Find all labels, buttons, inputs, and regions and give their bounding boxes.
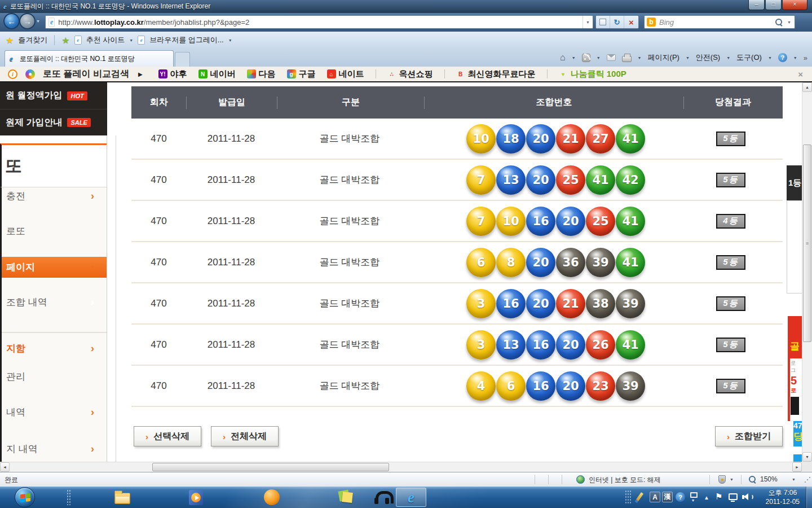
chevron-down-icon[interactable]: ▼ — [572, 56, 576, 60]
taskbar-grip[interactable] — [67, 489, 70, 505]
zoom-icon[interactable] — [749, 476, 756, 483]
media-player-icon — [189, 490, 203, 505]
minimize-button[interactable]: – — [748, 0, 765, 10]
sidebar-item[interactable]: 페이지› — [2, 257, 107, 278]
chevron-down-icon[interactable]: ▼ — [129, 38, 133, 42]
tools-menu-button[interactable]: 도구(O) — [736, 52, 762, 63]
sidebar-item[interactable]: 조합 내역› — [2, 294, 107, 310]
ad-banner-red[interactable]: 골 로 그 5 로 — [788, 316, 802, 421]
ime-help-icon[interactable]: ? — [676, 492, 685, 502]
suggested-sites-button[interactable]: 추천 사이트 — [86, 35, 125, 45]
delete-selected-button[interactable]: › 선택삭제 — [134, 426, 201, 446]
shortcut-link[interactable]: ♥나눔클릭 100P — [559, 69, 626, 80]
add-favorite-icon[interactable]: ★ — [61, 35, 69, 46]
taskbar-clock[interactable]: 오후 7:06 2011-12-05 — [766, 488, 800, 506]
toolbar-close-icon[interactable]: × — [798, 69, 803, 79]
ime-pad-icon[interactable] — [690, 492, 698, 498]
network-icon[interactable] — [729, 493, 738, 500]
forward-button[interactable]: → — [19, 13, 36, 29]
chevron-down-icon[interactable]: ▼ — [228, 38, 232, 42]
lotto-ball: 7 — [466, 207, 496, 236]
movie-icon: B — [456, 69, 465, 78]
scroll-left-icon[interactable]: ◄ — [0, 462, 10, 472]
safety-menu-button[interactable]: 안전(S) — [696, 52, 720, 63]
address-bar[interactable]: e http://www.lottoplay.co.kr/member/joha… — [45, 15, 593, 29]
print-icon[interactable] — [622, 56, 632, 62]
tray-expand-icon[interactable]: ▲ — [704, 494, 709, 501]
horizontal-scrollbar[interactable]: ◄ ► — [0, 462, 802, 472]
cell-category: 골드 대박조합 — [276, 338, 423, 351]
scroll-right-icon[interactable]: ► — [792, 462, 802, 472]
address-dropdown-icon[interactable]: ▼ — [582, 16, 593, 28]
sidebar-item[interactable]: 지 내역› — [2, 440, 107, 457]
search-dropdown-icon[interactable]: ▼ — [787, 20, 791, 24]
vertical-scrollbar[interactable]: ▲ ≡ ▼ — [802, 82, 812, 462]
search-box[interactable]: b Bing ▼ — [644, 15, 795, 29]
sticky-notes-taskbar-button[interactable] — [336, 489, 355, 506]
ad-banner-blue[interactable]: 47 당 — [793, 421, 802, 462]
media-player-taskbar-button[interactable] — [186, 489, 205, 506]
refresh-button[interactable]: ↻ — [610, 16, 624, 28]
protected-mode-icon[interactable] — [718, 475, 726, 484]
start-button[interactable] — [15, 487, 35, 507]
sidebar-item[interactable]: 로또 — [2, 222, 107, 239]
back-button[interactable]: ← — [3, 13, 20, 29]
stop-button[interactable]: × — [624, 16, 638, 28]
tab-active[interactable]: e 로또플레이 :: 대한민국 NO.1 로또명당 — [5, 50, 174, 67]
upgrade-button[interactable]: 브라우저를 업그레이... — [149, 35, 223, 45]
new-tab-button[interactable] — [175, 52, 190, 67]
speaker-icon[interactable] — [742, 493, 751, 501]
shortcut-link[interactable]: 다음 — [247, 69, 276, 80]
delete-all-button[interactable]: › 전체삭제 — [211, 426, 279, 446]
vertical-scroll-thumb[interactable]: ≡ — [803, 144, 811, 342]
toolbar-search-label[interactable]: 로또 플레이 비교검색 — [43, 68, 129, 80]
show-desktop-button[interactable] — [806, 487, 812, 508]
help-icon[interactable]: ? — [778, 53, 787, 62]
search-icon[interactable] — [775, 19, 783, 26]
ime-hanja-icon[interactable]: 漢 — [662, 492, 673, 502]
scroll-up-icon[interactable]: ▲ — [802, 82, 812, 92]
audio-app-taskbar-button[interactable] — [372, 489, 391, 506]
shortcut-link[interactable]: ∴옥션쇼핑 — [387, 69, 433, 80]
shortcut-link[interactable]: B최신영화무료다운 — [456, 69, 536, 80]
action-center-flag-icon[interactable]: ⚑ — [715, 492, 722, 502]
shortcut-link[interactable]: N네이버 — [198, 69, 236, 80]
shortcut-link[interactable]: Y!야후 — [158, 69, 187, 80]
explorer-taskbar-button[interactable] — [113, 489, 132, 506]
sidebar-item[interactable]: 관리 — [2, 368, 107, 385]
favorites-button[interactable]: 즐겨찾기 — [18, 35, 47, 45]
shortcut-link[interactable]: g구글 — [287, 69, 316, 80]
info-icon[interactable]: i — [8, 69, 17, 79]
shortcut-link[interactable]: ⌂네이트 — [327, 69, 364, 80]
close-button[interactable]: × — [782, 0, 807, 10]
chevron-down-icon[interactable]: ▼ — [638, 56, 642, 60]
rss-icon[interactable] — [582, 54, 590, 62]
ime-language-icon[interactable]: A — [650, 492, 660, 502]
chevron-down-icon[interactable]: ▼ — [792, 478, 796, 481]
sidebar-item[interactable]: 지함› — [2, 340, 107, 357]
home-icon[interactable]: ⌂ — [560, 52, 566, 63]
get-combination-button[interactable]: › 조합받기 — [715, 426, 783, 446]
more-commands-button[interactable]: » — [804, 54, 807, 62]
chevron-down-icon[interactable]: ▼ — [730, 478, 734, 481]
shortcut-link-label: 네이버 — [210, 69, 236, 80]
page-menu-button[interactable]: 페이지(P) — [648, 52, 679, 63]
divider — [376, 69, 376, 78]
horizontal-scroll-thumb[interactable] — [152, 463, 389, 471]
history-dropdown-icon[interactable]: ▼ — [36, 19, 40, 23]
compatibility-view-button[interactable] — [596, 16, 610, 28]
scroll-down-icon[interactable]: ▼ — [802, 452, 812, 462]
tv-app-taskbar-button[interactable] — [262, 489, 281, 506]
ime-brush-icon[interactable] — [636, 492, 643, 501]
expand-arrow-icon[interactable]: ▶ — [138, 71, 143, 77]
promo-item[interactable]: 원 월정액가입HOT — [0, 82, 107, 109]
maximize-button[interactable]: □ — [765, 0, 782, 10]
zoom-level[interactable]: 150% — [760, 475, 778, 483]
promo-item[interactable]: 원제 가입안내SALE — [0, 109, 107, 135]
chevron-down-icon[interactable]: ▼ — [597, 56, 601, 60]
ie-taskbar-button-active[interactable]: e — [396, 488, 426, 507]
sidebar-item[interactable]: 내역› — [2, 404, 107, 421]
sidebar-item[interactable]: 충전› — [2, 187, 107, 204]
mail-icon[interactable] — [607, 54, 616, 61]
lotto-ball: 18 — [496, 124, 526, 154]
